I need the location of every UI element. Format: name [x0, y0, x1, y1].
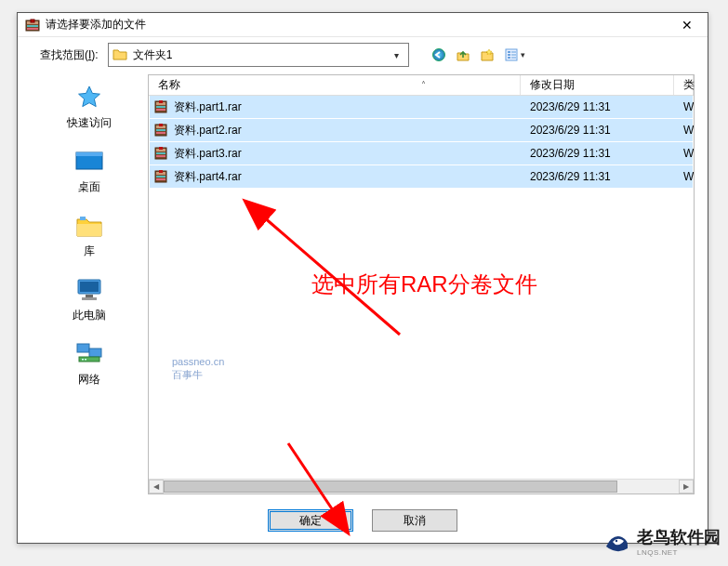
file-list: 名称 ˄ 修改日期 类 资料.part1.rar 2023/6/29 11:31… — [148, 74, 695, 494]
svg-rect-40 — [156, 155, 165, 157]
back-icon[interactable] — [431, 47, 446, 62]
place-label: 网络 — [78, 372, 100, 388]
titlebar: 请选择要添加的文件 ✕ — [18, 13, 708, 37]
column-date[interactable]: 修改日期 — [521, 75, 674, 95]
svg-rect-35 — [156, 132, 165, 134]
scroll-track[interactable] — [164, 480, 679, 494]
svg-rect-45 — [156, 178, 165, 180]
places-bar: 快速访问 桌面 库 此电脑 — [31, 74, 148, 494]
table-row[interactable]: 资料.part2.rar 2023/6/29 11:31 W — [150, 119, 693, 141]
place-network[interactable]: 网络 — [73, 340, 105, 388]
winrar-icon — [25, 18, 40, 33]
svg-rect-16 — [80, 217, 86, 220]
scroll-thumb[interactable] — [164, 480, 617, 493]
svg-rect-34 — [156, 129, 165, 131]
lookin-text: 文件夹1 — [133, 47, 390, 63]
star-icon — [73, 84, 105, 112]
computer-icon — [73, 276, 105, 304]
svg-rect-24 — [82, 359, 84, 361]
place-label: 此电脑 — [73, 308, 106, 323]
cancel-button[interactable]: 取消 — [372, 509, 457, 532]
svg-rect-21 — [77, 344, 89, 352]
scroll-left-icon[interactable]: ◀ — [149, 480, 164, 494]
svg-rect-19 — [86, 295, 93, 297]
svg-rect-10 — [511, 51, 516, 53]
place-label: 库 — [84, 244, 95, 259]
libraries-icon — [73, 212, 105, 240]
svg-rect-4 — [27, 28, 38, 30]
svg-rect-9 — [508, 57, 510, 59]
dialog-body: 快速访问 桌面 库 此电脑 — [18, 74, 708, 502]
window-title: 请选择要添加的文件 — [46, 17, 668, 33]
rar-file-icon — [153, 146, 168, 161]
svg-rect-29 — [156, 106, 165, 108]
view-menu-icon[interactable]: ▾ — [504, 47, 525, 62]
rar-file-icon — [153, 169, 168, 184]
table-row[interactable]: 资料.part1.rar 2023/6/29 11:31 W — [150, 96, 693, 118]
column-name[interactable]: 名称 ˄ — [149, 75, 521, 95]
svg-rect-11 — [511, 54, 516, 56]
svg-rect-44 — [156, 176, 165, 178]
chevron-down-icon: ▾ — [390, 44, 404, 66]
svg-rect-22 — [89, 349, 101, 357]
bird-icon — [603, 528, 631, 556]
svg-rect-12 — [511, 57, 516, 59]
file-rows[interactable]: 资料.part1.rar 2023/6/29 11:31 W 资料.part2.… — [149, 96, 694, 479]
desktop-icon — [73, 148, 105, 176]
svg-rect-14 — [76, 152, 102, 156]
column-headers: 名称 ˄ 修改日期 类 — [149, 75, 694, 96]
folder-icon — [113, 47, 127, 62]
ok-button[interactable]: 确定 — [268, 509, 353, 532]
place-label: 快速访问 — [67, 115, 112, 131]
lookin-row: 查找范围(I): 文件夹1 ▾ ▾ — [18, 37, 708, 74]
svg-rect-25 — [85, 359, 86, 361]
place-label: 桌面 — [78, 179, 100, 195]
toolbar-icons: ▾ — [431, 47, 525, 62]
place-this-pc[interactable]: 此电脑 — [73, 276, 106, 323]
horizontal-scrollbar[interactable]: ◀ ▶ — [149, 479, 694, 494]
svg-rect-20 — [82, 297, 97, 300]
network-icon — [73, 340, 105, 368]
lookin-label: 查找范围(I): — [40, 47, 99, 63]
place-desktop[interactable]: 桌面 — [73, 148, 105, 195]
place-libraries[interactable]: 库 — [73, 212, 105, 259]
svg-rect-2 — [31, 20, 34, 22]
svg-rect-30 — [156, 109, 165, 111]
up-folder-icon[interactable] — [456, 47, 470, 62]
chevron-down-icon: ▾ — [521, 50, 525, 59]
close-button[interactable]: ✕ — [668, 14, 706, 36]
svg-rect-8 — [508, 54, 510, 56]
svg-rect-39 — [156, 152, 165, 154]
sort-asc-icon: ˄ — [421, 80, 426, 90]
table-row[interactable]: 资料.part4.rar 2023/6/29 11:31 W — [150, 165, 693, 188]
svg-rect-7 — [508, 51, 510, 53]
svg-point-48 — [615, 539, 617, 541]
svg-rect-43 — [159, 170, 163, 173]
place-quick-access[interactable]: 快速访问 — [67, 84, 112, 131]
new-folder-icon[interactable] — [480, 47, 495, 62]
rar-file-icon — [153, 99, 168, 114]
table-row[interactable]: 资料.part3.rar 2023/6/29 11:31 W — [150, 142, 693, 165]
svg-rect-15 — [77, 224, 101, 236]
svg-rect-33 — [159, 124, 163, 126]
svg-rect-28 — [159, 100, 163, 103]
column-type[interactable]: 类 — [674, 75, 694, 95]
rar-file-icon — [153, 123, 168, 138]
svg-rect-18 — [80, 282, 99, 292]
file-open-dialog: 请选择要添加的文件 ✕ 查找范围(I): 文件夹1 ▾ ▾ — [17, 12, 708, 544]
svg-rect-3 — [27, 25, 38, 27]
lookin-combobox[interactable]: 文件夹1 ▾ — [108, 43, 409, 67]
scroll-right-icon[interactable]: ▶ — [679, 480, 694, 494]
svg-rect-38 — [159, 147, 163, 150]
brand-logo: 老鸟软件园 LNQS.NET — [603, 526, 721, 557]
